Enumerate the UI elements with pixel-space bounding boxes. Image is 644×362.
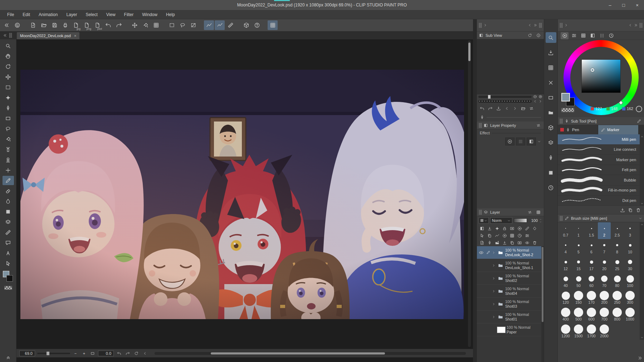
expand-arrow-icon[interactable] <box>492 315 496 319</box>
document-tab[interactable]: MoonDay2022_DevLook.psd × <box>17 32 79 39</box>
tool-hand[interactable] <box>3 51 14 61</box>
tool-pen[interactable] <box>3 103 14 113</box>
import-subtool-button[interactable] <box>619 207 626 213</box>
expand-arrow-icon[interactable] <box>492 251 496 254</box>
opacity-slider[interactable] <box>514 218 527 223</box>
dock-material-primary[interactable] <box>546 167 556 178</box>
brush-size-10[interactable]: 10 <box>624 239 636 256</box>
brush-size-700[interactable]: 700 <box>598 306 611 323</box>
dock-material-manga[interactable] <box>546 92 556 103</box>
tab-color-wheel[interactable] <box>561 32 569 39</box>
canvas-area[interactable] <box>16 39 473 362</box>
dock-double-arrow-icon[interactable] <box>634 23 638 27</box>
dock-quick-access[interactable] <box>546 32 556 43</box>
visibility-on-icon[interactable] <box>478 250 484 255</box>
dock-history[interactable] <box>546 182 556 193</box>
brush-size-2.5[interactable]: 2.5 <box>611 222 624 239</box>
redo[interactable] <box>114 20 124 30</box>
tabbar-grip[interactable] <box>9 33 12 38</box>
new-canvas[interactable] <box>28 20 38 30</box>
tools-collapse-button[interactable] <box>6 355 11 360</box>
menu-animation[interactable]: Animation <box>34 11 62 19</box>
new-raster-layer[interactable] <box>478 239 486 246</box>
subview-switch[interactable] <box>528 105 535 112</box>
brush-milli-pen[interactable]: Milli pen <box>558 134 640 145</box>
canvas-horizontal-scrollbar[interactable] <box>155 352 466 355</box>
layer-row-Paper[interactable]: 100 % NormalPaper <box>477 323 541 336</box>
expand-arrow-icon[interactable] <box>492 289 496 293</box>
brush-size-300[interactable]: 300 <box>624 289 636 306</box>
rotate-right-button[interactable] <box>125 350 131 357</box>
layer-panel-grid-button[interactable] <box>535 209 542 215</box>
help[interactable] <box>252 20 262 30</box>
scrub-left-icon[interactable] <box>533 99 537 103</box>
export-png[interactable]: png <box>82 20 92 30</box>
tool-rotate-canvas[interactable] <box>3 62 14 71</box>
zoom-in-circle-icon[interactable] <box>538 95 542 99</box>
layer-color-combo[interactable] <box>479 217 489 224</box>
brush-size-1700[interactable]: 1700 <box>585 323 598 340</box>
delete-subtool-button[interactable] <box>635 207 641 213</box>
menu-file[interactable]: File <box>3 11 18 19</box>
brush-list-scrollbar[interactable] <box>640 134 644 206</box>
dock-grip[interactable] <box>560 23 562 28</box>
lock-layer[interactable] <box>501 225 508 232</box>
layer-row-DevLook_Shot-1[interactable]: 100 % NormalDevLook_Shot-1 <box>477 259 541 272</box>
tool-figure[interactable] <box>3 114 14 123</box>
brush-size-40[interactable]: 40 <box>559 273 572 289</box>
ruler-guide[interactable] <box>523 225 531 232</box>
tool-ruler[interactable] <box>3 228 14 237</box>
dock-material-brush[interactable] <box>546 152 556 163</box>
brush-size-1[interactable]: 1 <box>572 222 585 239</box>
new-vector-layer[interactable] <box>486 239 493 246</box>
brush-size-80[interactable]: 80 <box>611 273 624 289</box>
tool-lasso[interactable] <box>3 124 14 133</box>
panel-grip[interactable] <box>479 210 482 215</box>
dock-material-pose[interactable] <box>546 137 556 148</box>
dock-material-color-pattern[interactable] <box>546 62 556 73</box>
reset-view-button[interactable] <box>133 350 140 357</box>
tool-correct-line[interactable] <box>3 259 14 268</box>
layer-row-Shot03[interactable]: 100 % NormalShot03 <box>477 298 541 311</box>
main-color-swatch[interactable] <box>561 93 570 101</box>
menu-edit[interactable]: Edit <box>18 11 34 19</box>
layer-row-Shot02[interactable]: 100 % NormalShot02 <box>477 272 541 285</box>
scroll-down-icon[interactable] <box>640 202 644 205</box>
lock-transparent-pixels[interactable] <box>508 225 516 232</box>
tab-color-slider[interactable] <box>570 32 578 39</box>
dock-material-monochromatic[interactable] <box>546 77 556 88</box>
open-file[interactable] <box>39 20 49 30</box>
subview-next[interactable] <box>511 105 519 112</box>
create-layer-mask[interactable] <box>516 239 523 246</box>
scroll-up-icon[interactable] <box>640 135 644 138</box>
tool-decoration[interactable] <box>3 155 14 164</box>
effect-border-button[interactable] <box>505 138 514 145</box>
panel-grip[interactable] <box>479 123 482 128</box>
apply-mask[interactable] <box>523 239 531 246</box>
combine-with-lower-layer[interactable] <box>508 239 516 246</box>
tool-gradient[interactable] <box>3 207 14 216</box>
brush-line-connect[interactable]: Line connect <box>558 145 640 155</box>
horizontal-scrollbar-thumb[interactable] <box>211 352 385 354</box>
sv-cursor[interactable] <box>591 68 594 72</box>
layer-panel-swap-button[interactable] <box>527 209 533 215</box>
tool-object[interactable] <box>3 93 14 102</box>
color-mode-toggle[interactable] <box>636 106 642 112</box>
layer-effect[interactable] <box>501 232 508 239</box>
brush-size-600[interactable]: 600 <box>585 306 598 323</box>
subview-preview-area[interactable] <box>477 39 544 94</box>
palette-collapse[interactable] <box>1 20 11 30</box>
brush-size-150[interactable]: 150 <box>572 289 585 306</box>
delete-layer[interactable] <box>531 239 538 246</box>
minimize-button[interactable]: – <box>607 3 613 8</box>
background-color-swatch[interactable] <box>6 275 13 282</box>
deselect[interactable] <box>188 20 198 30</box>
tab-intermediate-color[interactable] <box>589 32 596 39</box>
brush-size-20[interactable]: 20 <box>598 256 611 273</box>
tab-approximate-color[interactable] <box>598 32 606 39</box>
zoom-value[interactable]: 69.0 <box>19 351 35 356</box>
brush-size-800[interactable]: 800 <box>611 306 624 323</box>
material-3d[interactable] <box>241 20 251 30</box>
menu-layer[interactable]: Layer <box>62 11 81 19</box>
expand-arrow-icon[interactable] <box>492 302 496 306</box>
